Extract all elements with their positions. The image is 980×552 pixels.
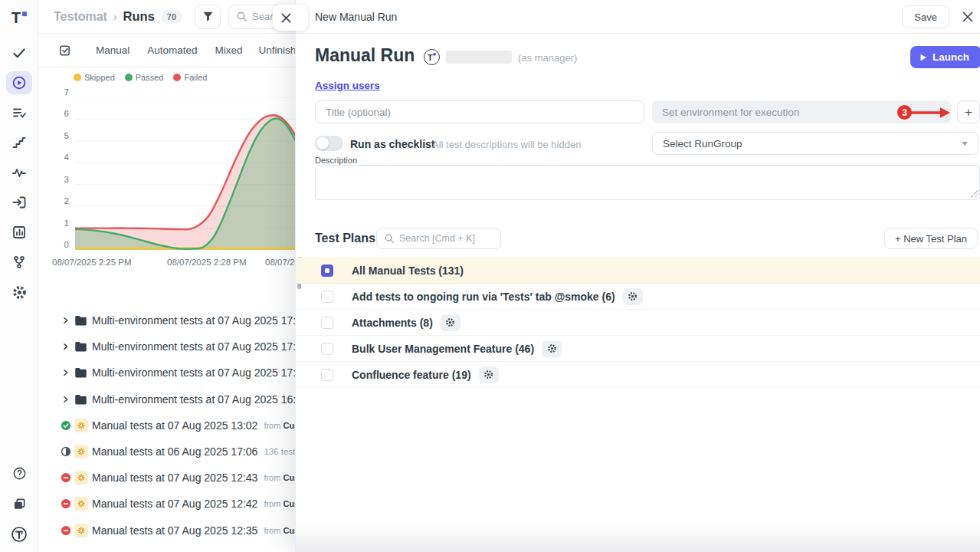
plan-settings-button[interactable] [623, 288, 643, 305]
import-icon[interactable] [6, 191, 32, 214]
legend-dot-icon [125, 74, 133, 81]
manager-note: (as manager) [518, 52, 577, 64]
manual-run-icon [74, 419, 88, 432]
toggle-knob [316, 137, 329, 150]
run-label: Multi-environment tests at 07 Aug 2025 1… [92, 314, 295, 327]
plan-settings-button[interactable] [441, 314, 461, 331]
description-textarea[interactable] [315, 165, 980, 200]
annotation-arrow-icon [911, 107, 951, 119]
run-label: Manual tests at 06 Aug 2025 17:06 [92, 445, 257, 458]
run-row[interactable]: Manual tests at 07 Aug 2025 12:43 from C… [38, 465, 295, 491]
run-row[interactable]: Manual tests at 06 Aug 2025 17:06 136 te… [38, 439, 295, 465]
x-tick-label: 08/07/2025 2:28 PM [167, 258, 247, 267]
close-icon[interactable] [962, 12, 973, 22]
runs-history-chart: SkippedPassedFailed 01234567 08/07/2025 … [46, 67, 295, 274]
manual-run-icon [74, 445, 88, 458]
bar-chart-icon[interactable] [6, 221, 32, 244]
steps-icon[interactable] [6, 131, 32, 154]
chevron-right-icon[interactable] [61, 343, 70, 351]
branch-icon[interactable] [6, 251, 32, 274]
plan-settings-button[interactable] [479, 366, 499, 383]
run-title-input[interactable] [315, 100, 644, 123]
chart-legend: SkippedPassedFailed [74, 73, 207, 82]
chart-y-axis: 01234567 [46, 92, 69, 253]
y-tick-label: 6 [64, 109, 69, 118]
tab-mixed[interactable]: Mixed [215, 44, 243, 56]
plan-settings-button[interactable] [542, 340, 562, 357]
pulse-icon[interactable] [6, 161, 32, 184]
annotation-step-badge: 3 [897, 105, 912, 120]
form-title: Manual Run [315, 45, 415, 66]
test-plan-row[interactable]: Bulk User Management Feature (46) [296, 336, 980, 362]
select-all-icon[interactable] [58, 44, 71, 57]
add-environment-button[interactable]: + [957, 100, 980, 123]
description-label: Description [315, 156, 357, 165]
checkbox-unchecked[interactable] [321, 369, 333, 381]
filter-button[interactable] [195, 5, 221, 29]
rungroup-value: Select RunGroup [663, 138, 742, 150]
testomat-logo-icon[interactable] [6, 523, 32, 546]
chevron-right-icon[interactable] [61, 369, 70, 377]
x-tick-label: 08/07/2025 2:25 PM [52, 258, 132, 267]
test-plan-row[interactable]: Confluence feature (19) [296, 362, 980, 388]
tab-manual[interactable]: Manual [96, 44, 129, 56]
launch-button[interactable]: Launch [910, 46, 980, 68]
chevron-right-icon[interactable] [61, 317, 70, 325]
play-circle-icon[interactable] [6, 71, 32, 94]
test-plan-row[interactable]: All Manual Tests (131) [296, 258, 980, 284]
page-header: Testomat › Runs 70 [38, 0, 295, 34]
legend-item[interactable]: Failed [173, 73, 207, 82]
run-row[interactable]: Manual tests at 07 Aug 2025 12:42 from C… [38, 491, 295, 517]
y-tick-label: 0 [64, 240, 69, 249]
run-folder-row[interactable]: Multi-environment tests at 07 Aug 2025 1… [38, 386, 295, 412]
test-plan-label: Add tests to ongoing run via 'Tests' tab… [352, 291, 615, 303]
breadcrumb-separator: › [113, 11, 117, 23]
run-label: Manual tests at 07 Aug 2025 12:42 [92, 498, 257, 510]
tab-automated[interactable]: Automated [147, 44, 197, 56]
app-logo[interactable]: T■ [0, 6, 38, 29]
folder-icon [74, 367, 87, 379]
run-meta: from Custom [264, 526, 295, 535]
checkbox-checked[interactable] [321, 264, 333, 277]
run-as-checklist-toggle[interactable] [315, 136, 343, 151]
tab-unfinished[interactable]: Unfinished [259, 44, 295, 56]
user-name-redacted [446, 51, 512, 64]
run-meta: 136 tests [264, 447, 295, 456]
test-plans-search-input[interactable] [399, 233, 491, 244]
checkbox-unchecked[interactable] [321, 343, 333, 355]
help-icon[interactable] [6, 462, 32, 485]
run-folder-row[interactable]: Multi-environment tests at 07 Aug 2025 1… [38, 360, 295, 386]
gear-icon[interactable] [6, 281, 32, 304]
run-row[interactable]: Manual tests at 07 Aug 2025 12:35 from C… [38, 518, 295, 544]
search-icon [236, 11, 247, 22]
test-plan-row[interactable]: Attachments (8) [296, 310, 980, 336]
chevron-right-icon[interactable] [61, 395, 70, 403]
new-test-plan-button[interactable]: + New Test Plan [884, 228, 978, 249]
save-button[interactable]: Save [902, 5, 949, 28]
checkbox-unchecked[interactable] [321, 317, 333, 329]
copy-docs-icon[interactable] [6, 492, 32, 515]
test-plans-search[interactable] [376, 228, 501, 249]
test-plan-row[interactable]: Add tests to ongoing run via 'Tests' tab… [296, 284, 980, 310]
breadcrumb-app[interactable]: Testomat [54, 10, 107, 24]
run-folder-row[interactable]: Multi-environment tests at 07 Aug 2025 1… [38, 307, 295, 334]
y-tick-label: 5 [64, 131, 69, 140]
legend-item[interactable]: Skipped [74, 73, 115, 82]
runs-page: Testomat › Runs 70 Manual Automated Mixe… [38, 0, 295, 552]
checkbox-unchecked[interactable] [321, 291, 333, 303]
run-row[interactable]: Manual tests at 07 Aug 2025 13:02 from C… [38, 412, 295, 439]
chart-x-axis: 08/07/2025 2:25 PM08/07/2025 2:28 PM08/0… [75, 258, 295, 270]
drawer-bottom-fade [296, 523, 980, 552]
assign-users-link[interactable]: Assign users [315, 80, 380, 91]
test-plan-label: Bulk User Management Feature (46) [352, 343, 534, 355]
list-check-icon[interactable] [6, 101, 32, 124]
legend-dot-icon [173, 74, 181, 81]
check-icon[interactable] [6, 41, 32, 64]
run-meta: from Custom [264, 499, 295, 508]
status-partial-icon [61, 446, 71, 457]
runs-tabs: Manual Automated Mixed Unfinished [38, 34, 295, 67]
breadcrumb-page[interactable]: Runs [123, 9, 155, 24]
legend-item[interactable]: Passed [125, 73, 164, 82]
run-folder-row[interactable]: Multi-environment tests at 07 Aug 2025 1… [38, 334, 295, 360]
rungroup-select[interactable]: Select RunGroup [652, 132, 978, 155]
